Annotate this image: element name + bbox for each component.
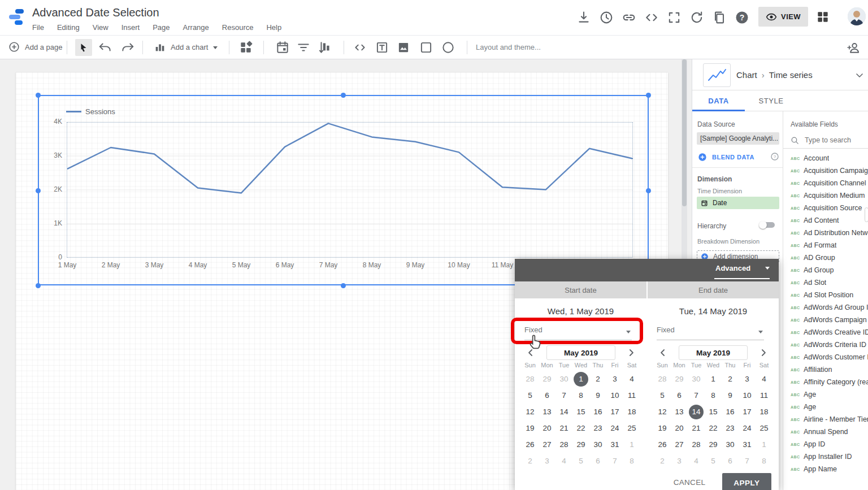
field-row[interactable]: ABCAccount (783, 152, 868, 164)
calendar-day[interactable]: 14 (555, 404, 572, 420)
field-row[interactable]: ABCAd Group (783, 264, 868, 276)
calendar-day[interactable]: 18 (756, 404, 772, 420)
field-row[interactable]: ABCAd Content (783, 214, 868, 227)
calendar-day[interactable]: 26 (522, 436, 539, 453)
calendar-day[interactable]: 5 (572, 453, 589, 469)
selection-handle[interactable] (646, 188, 651, 193)
calendar-day[interactable]: 4 (756, 371, 772, 387)
chevron-right-icon[interactable] (626, 347, 637, 358)
calendar-day[interactable]: 4 (555, 453, 572, 469)
calendar-day[interactable]: 3 (606, 371, 623, 387)
calendar-day[interactable]: 29 (705, 436, 722, 453)
calendar-day[interactable]: 12 (654, 404, 671, 420)
calendar-day[interactable]: 17 (606, 404, 623, 420)
image-icon[interactable] (396, 40, 411, 55)
menu-view[interactable]: View (93, 23, 108, 32)
calendar-day[interactable]: 7 (555, 387, 572, 404)
calendar-day[interactable]: 29 (671, 371, 688, 387)
embed-icon[interactable] (353, 40, 367, 55)
calendar-day[interactable]: 5 (522, 387, 539, 404)
calendar-day[interactable]: 20 (539, 420, 555, 436)
redo-icon[interactable] (120, 40, 135, 55)
circle-shape-icon[interactable] (441, 40, 455, 55)
calendar-day[interactable]: 6 (589, 453, 606, 469)
calendar-day[interactable]: 25 (623, 420, 640, 436)
download-icon[interactable] (576, 10, 592, 25)
calendar-day[interactable]: 27 (539, 436, 555, 453)
calendar-day[interactable]: 16 (589, 404, 606, 420)
selection-handle[interactable] (646, 93, 651, 98)
calendar-day[interactable]: 10 (606, 387, 623, 404)
calendar-day[interactable]: 11 (623, 387, 640, 404)
calendar-day[interactable]: 8 (756, 453, 772, 469)
calendar-day[interactable]: 20 (671, 420, 688, 436)
undo-icon[interactable] (98, 40, 112, 55)
chevron-down-icon[interactable] (854, 70, 865, 81)
selection-handle[interactable] (341, 283, 346, 288)
apply-button[interactable]: APPLY (722, 473, 771, 490)
calendar-day[interactable]: 29 (572, 436, 589, 453)
field-row[interactable]: ABCAd Slot Position (783, 289, 868, 301)
field-row[interactable]: ABCAcquisition Medium (783, 189, 868, 202)
field-row[interactable]: ABCAffiliation (783, 363, 868, 376)
calendar-day[interactable]: 2 (522, 453, 539, 469)
calendar-day[interactable]: 2 (654, 453, 671, 469)
calendar-day[interactable]: 6 (671, 387, 688, 404)
calendar-day[interactable]: 10 (739, 387, 756, 404)
menu-help[interactable]: Help (266, 23, 281, 32)
selection-handle[interactable] (36, 283, 41, 288)
breadcrumb-chart[interactable]: Chart (736, 70, 757, 80)
help-icon[interactable]: ? (734, 10, 750, 25)
chevron-right-icon[interactable] (758, 347, 769, 358)
calendar-day[interactable]: 5 (705, 453, 722, 469)
menu-file[interactable]: File (32, 23, 44, 32)
calendar-day[interactable]: 13 (671, 404, 688, 420)
chart-selection-outline[interactable] (38, 95, 649, 285)
calendar-day[interactable]: 22 (572, 420, 589, 436)
calendar-day[interactable]: 9 (722, 387, 739, 404)
selection-handle[interactable] (341, 93, 346, 98)
field-row[interactable]: ABCAdWords Campaign ID (783, 314, 868, 326)
calendar-day[interactable]: 28 (555, 436, 572, 453)
calendar-day[interactable]: 21 (555, 420, 572, 436)
selection-handle[interactable] (36, 188, 41, 193)
calendar-day[interactable]: 22 (705, 420, 722, 436)
calendar-day[interactable]: 1 (623, 436, 640, 453)
looker-studio-logo-icon[interactable] (8, 8, 26, 25)
calendar-day[interactable]: 30 (555, 371, 572, 387)
add-chart-button[interactable]: Add a chart (154, 41, 218, 53)
calendar-day[interactable]: 3 (539, 453, 555, 469)
field-row[interactable]: ABCApp ID (783, 438, 868, 450)
menu-arrange[interactable]: Arrange (183, 23, 209, 32)
community-viz-icon[interactable] (238, 40, 253, 55)
field-row[interactable]: ABCAcquisition Source (783, 202, 868, 214)
calendar-day[interactable]: 6 (539, 387, 555, 404)
field-row[interactable]: ABCAd Format (783, 239, 868, 251)
menu-resource[interactable]: Resource (222, 23, 254, 32)
report-title[interactable]: Advanced Date Selection (32, 6, 159, 19)
field-row[interactable]: ABCAdWords Customer ID (783, 351, 868, 363)
calendar-day[interactable]: 1 (572, 371, 589, 387)
calendar-day[interactable]: 12 (522, 404, 539, 420)
calendar-day[interactable]: 15 (705, 404, 722, 420)
copy-icon[interactable] (711, 10, 727, 25)
calendar-day[interactable]: 24 (739, 420, 756, 436)
tab-style[interactable]: STYLE (745, 90, 797, 111)
person-add-icon[interactable] (847, 40, 861, 55)
data-control-icon[interactable] (318, 40, 332, 55)
end-date-type-dropdown[interactable]: Fixed (657, 326, 764, 340)
calendar-day[interactable]: 2 (589, 371, 606, 387)
calendar-day[interactable]: 28 (688, 436, 705, 453)
date-mode-dropdown[interactable]: Advanced (715, 264, 770, 272)
calendar-day[interactable]: 13 (539, 404, 555, 420)
calendar-day[interactable]: 11 (756, 387, 772, 404)
calendar-day[interactable]: 8 (623, 453, 640, 469)
menu-insert[interactable]: Insert (121, 23, 140, 32)
calendar-day[interactable]: 23 (722, 420, 739, 436)
calendar-day[interactable]: 26 (654, 436, 671, 453)
calendar-day[interactable]: 4 (623, 371, 640, 387)
calendar-day[interactable]: 1 (705, 371, 722, 387)
calendar-day[interactable]: 21 (688, 420, 705, 436)
calendar-day[interactable]: 8 (705, 387, 722, 404)
select-tool-button[interactable] (75, 39, 92, 56)
